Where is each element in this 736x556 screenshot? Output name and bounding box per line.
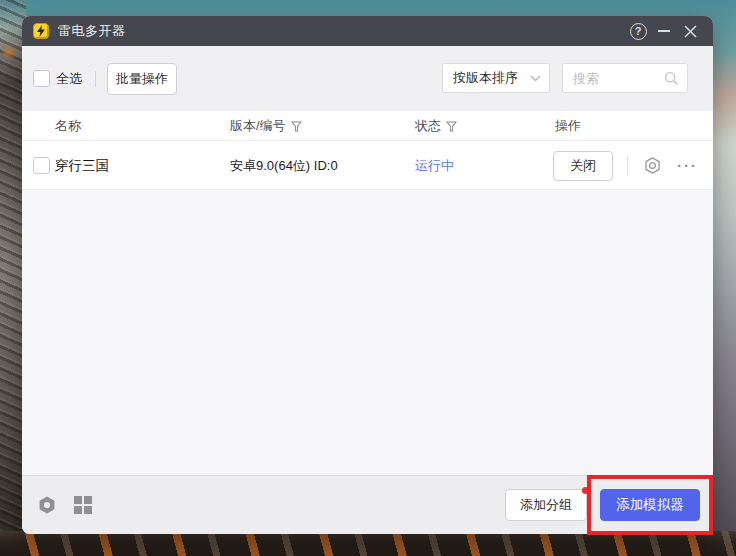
row-checkbox[interactable] (33, 157, 50, 174)
gear-solid-icon (37, 495, 57, 515)
window-title: 雷电多开器 (58, 22, 126, 40)
minimize-button[interactable] (651, 16, 677, 46)
close-button[interactable] (677, 16, 703, 46)
help-icon: ? (630, 23, 647, 40)
row-checkbox-cell (33, 141, 50, 190)
settings-button[interactable] (36, 494, 58, 516)
header-actions: 操作 (555, 111, 581, 141)
toolbar-divider (95, 71, 96, 87)
bottom-bar: 添加分组 添加模拟器 (22, 475, 713, 534)
close-icon (684, 25, 697, 38)
header-status: 状态 (415, 111, 457, 141)
grid-icon (74, 496, 92, 514)
titlebar[interactable]: 雷电多开器 ? (22, 16, 713, 46)
filter-funnel-icon[interactable] (446, 121, 457, 132)
header-version: 版本/编号 (230, 111, 302, 141)
instance-version: 安卓9.0(64位) ID:0 (230, 141, 338, 190)
add-group-label: 添加分组 (520, 496, 572, 514)
table-row: 穿行三国 安卓9.0(64位) ID:0 运行中 关闭 ··· (22, 141, 713, 190)
header-status-label: 状态 (415, 117, 441, 135)
desktop-wallpaper-rocks (0, 531, 736, 556)
search-icon (664, 71, 679, 86)
add-emulator-button[interactable]: 添加模拟器 (600, 489, 700, 521)
add-group-button[interactable]: 添加分组 (505, 489, 587, 521)
instance-status: 运行中 (415, 141, 454, 190)
header-name: 名称 (55, 111, 81, 141)
table-header: 名称 版本/编号 状态 操作 (22, 111, 713, 141)
toolbar: 全选 批量操作 按版本排序 (22, 46, 713, 111)
select-all-checkbox[interactable] (33, 70, 50, 87)
sort-dropdown[interactable]: 按版本排序 (442, 63, 550, 93)
row-action-divider (627, 156, 628, 176)
help-button[interactable]: ? (625, 16, 651, 46)
header-version-label: 版本/编号 (230, 117, 286, 135)
chevron-down-icon (530, 75, 541, 82)
filter-funnel-icon[interactable] (291, 121, 302, 132)
close-instance-button[interactable]: 关闭 (553, 151, 613, 181)
layout-grid-button[interactable] (72, 494, 94, 516)
app-window: 雷电多开器 ? 全选 批量操作 按版本排序 名称 版本/编号 (22, 16, 713, 534)
notification-dot (582, 487, 589, 494)
search-box (562, 63, 688, 93)
instance-name: 穿行三国 (55, 141, 109, 190)
sort-dropdown-value: 按版本排序 (453, 69, 530, 87)
search-input[interactable] (573, 71, 664, 86)
empty-list-area (22, 190, 713, 475)
row-action-cell: 关闭 (553, 141, 613, 190)
select-all-label: 全选 (56, 70, 82, 88)
gear-icon (643, 156, 662, 175)
minimize-icon (658, 30, 670, 32)
ellipsis-icon: ··· (677, 157, 698, 174)
more-options-button[interactable]: ··· (677, 141, 698, 190)
instance-settings-button[interactable] (643, 141, 662, 190)
batch-operations-button[interactable]: 批量操作 (107, 63, 177, 95)
app-logo-icon (33, 23, 49, 39)
